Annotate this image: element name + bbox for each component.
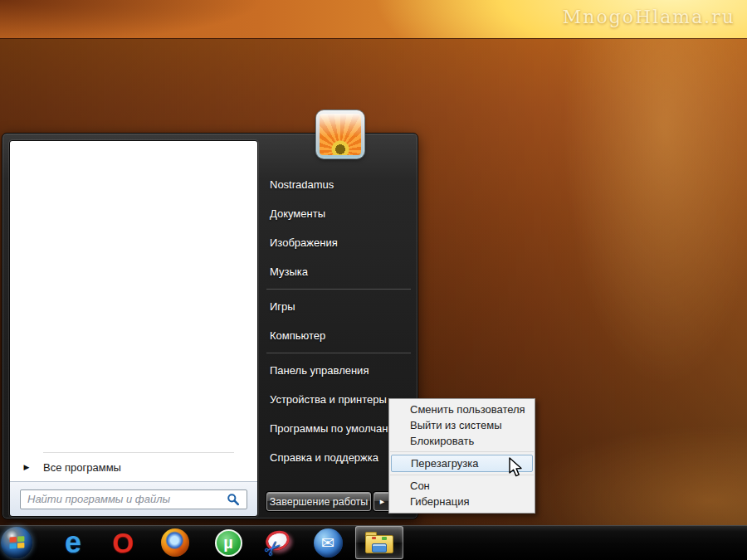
start-menu-left-panel: ▶ Все программы xyxy=(9,140,258,517)
user-avatar[interactable] xyxy=(316,110,364,158)
power-options-menu: Сменить пользователя Выйти из системы Бл… xyxy=(388,398,535,514)
power-menu-switch-user[interactable]: Сменить пользователя xyxy=(389,402,535,417)
start-menu-item-pictures[interactable]: Изображения xyxy=(265,228,414,257)
power-menu-lock[interactable]: Блокировать xyxy=(389,433,535,449)
power-menu-hibernate[interactable]: Гибернация xyxy=(389,494,535,509)
folder-detail-green xyxy=(382,537,387,540)
windows-logo-icon xyxy=(9,536,25,550)
mu-glyph: µ xyxy=(223,533,233,553)
folder-detail-window xyxy=(372,543,387,553)
start-menu: ▶ Все программы Nostradamus Документы Из… xyxy=(2,133,418,519)
folder-detail-red xyxy=(372,537,376,539)
taskbar-icon-internet-explorer[interactable]: e xyxy=(58,528,88,558)
start-menu-item-control-panel[interactable]: Панель управления xyxy=(265,356,414,385)
taskbar-icon-firefox[interactable] xyxy=(160,528,190,558)
start-menu-item-music[interactable]: Музыка xyxy=(265,257,414,286)
opera-icon: O xyxy=(112,529,134,557)
envelope-icon: ✉ xyxy=(321,533,334,553)
search-strip xyxy=(10,481,257,516)
watermark: MnogoHlama.ru xyxy=(563,7,735,27)
search-button[interactable] xyxy=(223,491,243,508)
expand-arrow-icon: ▶ xyxy=(10,463,43,471)
start-menu-item-username[interactable]: Nostradamus xyxy=(265,170,414,199)
start-menu-item-documents[interactable]: Документы xyxy=(265,199,414,228)
shutdown-button[interactable]: Завершение работы xyxy=(266,492,371,511)
shutdown-controls: Завершение работы ▶ xyxy=(266,492,391,511)
recent-programs-panel: ▶ Все программы xyxy=(10,141,257,481)
menu-separator xyxy=(266,353,411,353)
taskbar: e O µ ✂ ✉ xyxy=(0,525,747,560)
menu-separator xyxy=(266,289,411,290)
scissors-app-icon: ✂ xyxy=(263,528,293,558)
taskbar-icon-opera[interactable]: O xyxy=(108,528,138,558)
utorrent-icon: µ xyxy=(215,529,242,557)
search-icon xyxy=(227,493,240,506)
taskbar-icon-windows-explorer-active[interactable] xyxy=(355,526,403,559)
mouse-cursor xyxy=(508,457,525,479)
start-button[interactable] xyxy=(1,527,32,558)
menu-separator xyxy=(390,451,534,452)
start-menu-item-computer[interactable]: Компьютер xyxy=(265,321,414,350)
flower-avatar-image xyxy=(320,114,361,155)
thunderbird-icon: ✉ xyxy=(314,528,343,558)
arrow-right-icon: ▶ xyxy=(380,499,384,504)
all-programs-item[interactable]: ▶ Все программы xyxy=(10,453,257,481)
power-menu-log-off[interactable]: Выйти из системы xyxy=(389,417,535,433)
firefox-icon xyxy=(161,528,189,557)
search-input[interactable] xyxy=(27,493,223,505)
start-menu-item-games[interactable]: Игры xyxy=(265,292,414,321)
all-programs-label: Все программы xyxy=(43,461,121,474)
folder-icon xyxy=(365,532,393,553)
search-box xyxy=(20,489,247,509)
taskbar-icon-thunderbird[interactable]: ✉ xyxy=(313,528,343,558)
power-menu-sleep[interactable]: Сон xyxy=(389,478,535,494)
taskbar-icon-scissors-app[interactable]: ✂ xyxy=(263,528,293,558)
taskbar-icon-utorrent[interactable]: µ xyxy=(213,528,243,558)
internet-explorer-icon: e xyxy=(65,528,81,558)
